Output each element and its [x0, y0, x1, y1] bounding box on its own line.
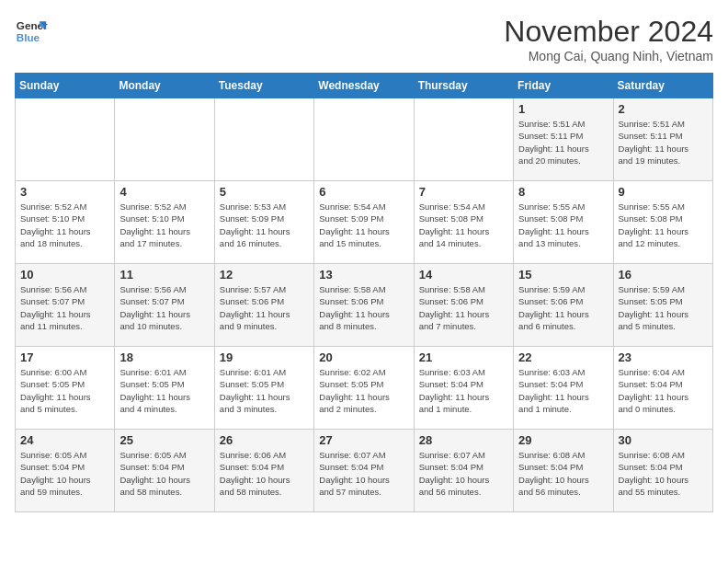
day-number: 14: [419, 268, 508, 282]
calendar-cell: 16Sunrise: 5:59 AM Sunset: 5:05 PM Dayli…: [613, 264, 712, 347]
calendar-week-row: 10Sunrise: 5:56 AM Sunset: 5:07 PM Dayli…: [16, 264, 713, 347]
svg-text:Blue: Blue: [17, 31, 40, 43]
day-number: 5: [220, 185, 309, 199]
calendar-week-row: 3Sunrise: 5:52 AM Sunset: 5:10 PM Daylig…: [16, 181, 713, 264]
day-info: Sunrise: 5:55 AM Sunset: 5:08 PM Dayligh…: [619, 201, 708, 249]
day-info: Sunrise: 6:00 AM Sunset: 5:05 PM Dayligh…: [20, 366, 109, 415]
day-number: 25: [119, 433, 209, 447]
calendar-cell: 7Sunrise: 5:54 AM Sunset: 5:08 PM Daylig…: [414, 181, 513, 264]
calendar-cell: [214, 98, 313, 181]
day-number: 9: [619, 185, 708, 199]
calendar-week-row: 24Sunrise: 6:05 AM Sunset: 5:04 PM Dayli…: [16, 430, 713, 512]
weekday-header: Sunday: [16, 74, 115, 98]
month-title: November 2024: [504, 15, 713, 49]
day-info: Sunrise: 5:59 AM Sunset: 5:06 PM Dayligh…: [518, 283, 608, 332]
day-info: Sunrise: 6:06 AM Sunset: 5:04 PM Dayligh…: [220, 449, 309, 498]
calendar-cell: [115, 98, 214, 181]
day-number: 20: [319, 350, 408, 364]
weekday-header-row: SundayMondayTuesdayWednesdayThursdayFrid…: [16, 74, 713, 98]
calendar-cell: 3Sunrise: 5:52 AM Sunset: 5:10 PM Daylig…: [16, 181, 115, 264]
day-info: Sunrise: 5:59 AM Sunset: 5:05 PM Dayligh…: [619, 283, 708, 332]
calendar-cell: 18Sunrise: 6:01 AM Sunset: 5:05 PM Dayli…: [115, 347, 214, 430]
day-number: 17: [20, 350, 109, 364]
day-number: 30: [619, 433, 708, 447]
calendar-cell: 9Sunrise: 5:55 AM Sunset: 5:08 PM Daylig…: [613, 181, 712, 264]
logo-icon: General Blue: [15, 15, 48, 48]
calendar-cell: 21Sunrise: 6:03 AM Sunset: 5:04 PM Dayli…: [414, 347, 513, 430]
calendar-table: SundayMondayTuesdayWednesdayThursdayFrid…: [15, 73, 713, 512]
day-number: 23: [619, 350, 708, 364]
day-info: Sunrise: 6:05 AM Sunset: 5:04 PM Dayligh…: [20, 449, 109, 498]
day-number: 6: [319, 185, 408, 199]
day-number: 26: [220, 433, 309, 447]
calendar-week-row: 1Sunrise: 5:51 AM Sunset: 5:11 PM Daylig…: [16, 98, 713, 181]
calendar-cell: 14Sunrise: 5:58 AM Sunset: 5:06 PM Dayli…: [414, 264, 513, 347]
calendar-cell: 25Sunrise: 6:05 AM Sunset: 5:04 PM Dayli…: [115, 430, 214, 512]
calendar-cell: [16, 98, 115, 181]
day-info: Sunrise: 5:57 AM Sunset: 5:06 PM Dayligh…: [220, 283, 309, 332]
calendar-cell: 26Sunrise: 6:06 AM Sunset: 5:04 PM Dayli…: [214, 430, 313, 512]
calendar-cell: 10Sunrise: 5:56 AM Sunset: 5:07 PM Dayli…: [16, 264, 115, 347]
day-info: Sunrise: 6:08 AM Sunset: 5:04 PM Dayligh…: [619, 449, 708, 498]
weekday-header: Thursday: [414, 74, 513, 98]
day-number: 11: [119, 268, 209, 282]
calendar-cell: 13Sunrise: 5:58 AM Sunset: 5:06 PM Dayli…: [314, 264, 414, 347]
calendar-cell: 8Sunrise: 5:55 AM Sunset: 5:08 PM Daylig…: [514, 181, 613, 264]
weekday-header: Wednesday: [314, 74, 414, 98]
day-number: 3: [20, 185, 109, 199]
day-number: 27: [319, 433, 408, 447]
day-number: 12: [220, 268, 309, 282]
calendar-cell: 19Sunrise: 6:01 AM Sunset: 5:05 PM Dayli…: [214, 347, 313, 430]
calendar-cell: [414, 98, 513, 181]
day-number: 4: [119, 185, 209, 199]
day-info: Sunrise: 5:54 AM Sunset: 5:09 PM Dayligh…: [319, 201, 408, 249]
calendar-cell: 11Sunrise: 5:56 AM Sunset: 5:07 PM Dayli…: [115, 264, 214, 347]
day-info: Sunrise: 5:53 AM Sunset: 5:09 PM Dayligh…: [220, 201, 309, 249]
day-info: Sunrise: 6:01 AM Sunset: 5:05 PM Dayligh…: [119, 366, 209, 415]
day-number: 1: [518, 102, 608, 116]
day-info: Sunrise: 6:07 AM Sunset: 5:04 PM Dayligh…: [419, 449, 508, 498]
calendar-cell: 28Sunrise: 6:07 AM Sunset: 5:04 PM Dayli…: [414, 430, 513, 512]
calendar-cell: 6Sunrise: 5:54 AM Sunset: 5:09 PM Daylig…: [314, 181, 414, 264]
header: General Blue November 2024 Mong Cai, Qua…: [15, 15, 713, 63]
day-info: Sunrise: 5:55 AM Sunset: 5:08 PM Dayligh…: [518, 201, 608, 249]
day-info: Sunrise: 6:01 AM Sunset: 5:05 PM Dayligh…: [220, 366, 309, 415]
location-subtitle: Mong Cai, Quang Ninh, Vietnam: [504, 49, 713, 63]
calendar-cell: 1Sunrise: 5:51 AM Sunset: 5:11 PM Daylig…: [514, 98, 613, 181]
day-info: Sunrise: 6:04 AM Sunset: 5:04 PM Dayligh…: [619, 366, 708, 415]
calendar-cell: 23Sunrise: 6:04 AM Sunset: 5:04 PM Dayli…: [613, 347, 712, 430]
day-info: Sunrise: 6:02 AM Sunset: 5:05 PM Dayligh…: [319, 366, 408, 415]
calendar-cell: 15Sunrise: 5:59 AM Sunset: 5:06 PM Dayli…: [514, 264, 613, 347]
calendar-cell: 4Sunrise: 5:52 AM Sunset: 5:10 PM Daylig…: [115, 181, 214, 264]
calendar-cell: 2Sunrise: 5:51 AM Sunset: 5:11 PM Daylig…: [613, 98, 712, 181]
day-number: 10: [20, 268, 109, 282]
day-number: 7: [419, 185, 508, 199]
day-number: 24: [20, 433, 109, 447]
calendar-cell: 17Sunrise: 6:00 AM Sunset: 5:05 PM Dayli…: [16, 347, 115, 430]
day-info: Sunrise: 6:05 AM Sunset: 5:04 PM Dayligh…: [119, 449, 209, 498]
calendar-cell: 12Sunrise: 5:57 AM Sunset: 5:06 PM Dayli…: [214, 264, 313, 347]
day-info: Sunrise: 5:56 AM Sunset: 5:07 PM Dayligh…: [20, 283, 109, 332]
day-info: Sunrise: 5:52 AM Sunset: 5:10 PM Dayligh…: [20, 201, 109, 249]
day-number: 2: [619, 102, 708, 116]
day-number: 21: [419, 350, 508, 364]
logo: General Blue: [15, 15, 48, 48]
day-number: 18: [119, 350, 209, 364]
calendar-cell: 20Sunrise: 6:02 AM Sunset: 5:05 PM Dayli…: [314, 347, 414, 430]
day-info: Sunrise: 5:52 AM Sunset: 5:10 PM Dayligh…: [119, 201, 209, 249]
title-section: November 2024 Mong Cai, Quang Ninh, Viet…: [504, 15, 713, 63]
day-info: Sunrise: 5:51 AM Sunset: 5:11 PM Dayligh…: [518, 118, 608, 167]
weekday-header: Friday: [514, 74, 613, 98]
day-number: 19: [220, 350, 309, 364]
weekday-header: Saturday: [613, 74, 712, 98]
day-number: 8: [518, 185, 608, 199]
day-info: Sunrise: 5:56 AM Sunset: 5:07 PM Dayligh…: [119, 283, 209, 332]
day-number: 28: [419, 433, 508, 447]
calendar-cell: 27Sunrise: 6:07 AM Sunset: 5:04 PM Dayli…: [314, 430, 414, 512]
day-info: Sunrise: 5:51 AM Sunset: 5:11 PM Dayligh…: [619, 118, 708, 167]
day-number: 22: [518, 350, 608, 364]
day-number: 16: [619, 268, 708, 282]
weekday-header: Monday: [115, 74, 214, 98]
day-info: Sunrise: 6:07 AM Sunset: 5:04 PM Dayligh…: [319, 449, 408, 498]
day-info: Sunrise: 5:54 AM Sunset: 5:08 PM Dayligh…: [419, 201, 508, 249]
